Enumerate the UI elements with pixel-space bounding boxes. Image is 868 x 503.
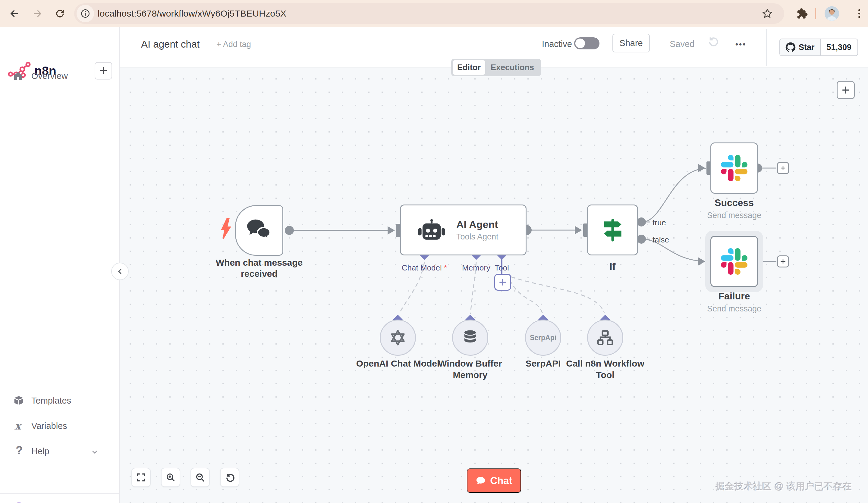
slack-icon xyxy=(721,155,747,181)
browser-forward-icon[interactable] xyxy=(31,8,43,20)
node-serpapi[interactable]: SerpApi xyxy=(525,319,561,356)
active-status-label: Inactive xyxy=(542,39,572,49)
node-subtitle: Send message xyxy=(686,211,782,220)
node-label-trigger: When chat message received xyxy=(208,257,310,279)
chrome-menu-icon[interactable] xyxy=(853,7,865,19)
node-call-n8n-workflow-tool[interactable] xyxy=(587,319,623,356)
node-title: AI Agent xyxy=(456,219,498,230)
saved-status: Saved xyxy=(670,39,694,49)
sidebar-item-label: Help xyxy=(31,447,50,456)
fit-view-button[interactable] xyxy=(132,468,151,487)
node-label-openai: OpenAI Chat Model xyxy=(355,358,440,369)
node-label-failure: Failure Send message xyxy=(686,290,782,314)
templates-box-icon xyxy=(13,395,24,407)
chrome-divider xyxy=(815,8,816,19)
add-next-node-button[interactable] xyxy=(777,162,789,174)
share-button[interactable]: Share xyxy=(612,34,650,52)
browser-profile-avatar[interactable] xyxy=(825,6,839,21)
node-subtitle: Tools Agent xyxy=(456,232,498,242)
robot-icon xyxy=(418,219,445,242)
browser-back-icon[interactable] xyxy=(8,8,21,20)
chat-bubble-icon xyxy=(476,475,486,486)
home-icon xyxy=(13,71,23,83)
sidebar-item-templates[interactable]: Templates xyxy=(0,391,119,410)
sidebar: n8n Overview Templates x Variables ? Hel… xyxy=(0,27,120,503)
browser-reload-icon[interactable] xyxy=(54,8,66,20)
signpost-icon xyxy=(600,217,626,243)
output-label-false: false xyxy=(652,235,669,244)
workflow-title[interactable]: AI agent chat xyxy=(141,39,199,50)
chat-button[interactable]: Chat xyxy=(467,468,521,493)
openai-icon xyxy=(388,328,408,348)
add-tool-button[interactable] xyxy=(494,274,511,291)
extensions-puzzle-icon[interactable] xyxy=(796,7,808,19)
workflow-canvas[interactable]: When chat message received AI Agent Tool… xyxy=(120,68,868,503)
node-failure[interactable] xyxy=(710,236,758,287)
view-tabs: Editor Executions xyxy=(451,59,541,76)
variables-x-icon: x xyxy=(14,419,21,432)
port-label-tool: Tool xyxy=(463,263,541,273)
database-icon xyxy=(461,328,479,347)
github-star-count[interactable]: 51,309 xyxy=(821,39,858,55)
node-when-chat-message-received[interactable] xyxy=(235,205,283,256)
node-openai-chat-model[interactable] xyxy=(380,319,416,356)
header-divider xyxy=(766,29,767,66)
trigger-bolt-icon xyxy=(220,218,232,242)
node-window-buffer-memory[interactable] xyxy=(452,319,488,356)
node-label-call-n8n: Call n8n Workflow Tool xyxy=(563,358,648,380)
node-label-success: Success Send message xyxy=(686,197,782,220)
tab-executions[interactable]: Executions xyxy=(485,60,539,75)
sidebar-item-overview[interactable]: Overview xyxy=(0,66,119,85)
tab-editor[interactable]: Editor xyxy=(453,60,485,75)
reset-zoom-button[interactable] xyxy=(220,468,239,487)
node-ai-agent[interactable]: AI Agent Tools Agent xyxy=(400,205,527,255)
sidebar-divider xyxy=(0,493,119,494)
bookmark-star-icon[interactable] xyxy=(761,8,773,20)
sidebar-collapse-button[interactable] xyxy=(111,263,129,280)
sidebar-item-label: Templates xyxy=(31,396,71,406)
sidebar-item-label: Overview xyxy=(31,71,68,81)
chat-bubbles-icon xyxy=(245,218,273,242)
add-node-button[interactable] xyxy=(837,81,855,99)
sidebar-item-label: Variables xyxy=(31,421,67,431)
address-bar[interactable]: localhost:5678/workflow/xWy6Oj5TBEUHzo5X xyxy=(74,3,784,24)
chat-button-label: Chat xyxy=(490,475,512,486)
chevron-down-icon xyxy=(90,448,99,457)
node-if[interactable] xyxy=(587,205,638,255)
sidebar-item-variables[interactable]: x Variables xyxy=(0,416,119,436)
history-icon[interactable] xyxy=(706,35,719,49)
node-subtitle: Send message xyxy=(686,304,782,314)
site-info-icon[interactable] xyxy=(80,8,92,20)
add-tag-button[interactable]: + Add tag xyxy=(216,40,251,49)
zoom-out-button[interactable] xyxy=(190,468,210,487)
slack-icon xyxy=(721,248,747,275)
watermark-text: 掘金技术社区 @ 该用户已不存在 xyxy=(715,480,852,493)
node-label-window-buffer-memory: Window Buffer Memory xyxy=(428,358,513,380)
github-star-label: Star xyxy=(799,43,815,52)
url-text[interactable]: localhost:5678/workflow/xWy6Oj5TBEUHzo5X xyxy=(98,3,286,24)
help-question-icon: ? xyxy=(16,444,23,457)
workflow-sitemap-icon xyxy=(597,329,614,346)
serpapi-logo: SerpApi xyxy=(530,334,556,342)
chevron-left-icon xyxy=(116,267,124,275)
node-label-if: If xyxy=(587,260,638,273)
zoom-in-button[interactable] xyxy=(161,468,180,487)
output-label-true: true xyxy=(652,218,666,228)
add-next-node-button[interactable] xyxy=(777,255,789,268)
github-star-widget[interactable]: Star 51,309 xyxy=(779,39,858,56)
node-success[interactable] xyxy=(710,143,758,194)
browser-chrome: localhost:5678/workflow/xWy6Oj5TBEUHzo5X xyxy=(0,0,868,27)
active-toggle[interactable] xyxy=(574,37,599,49)
workflow-menu-dots[interactable]: ••• xyxy=(735,40,746,49)
github-octocat-icon xyxy=(785,42,796,52)
sidebar-item-help[interactable]: ? Help xyxy=(0,442,119,461)
